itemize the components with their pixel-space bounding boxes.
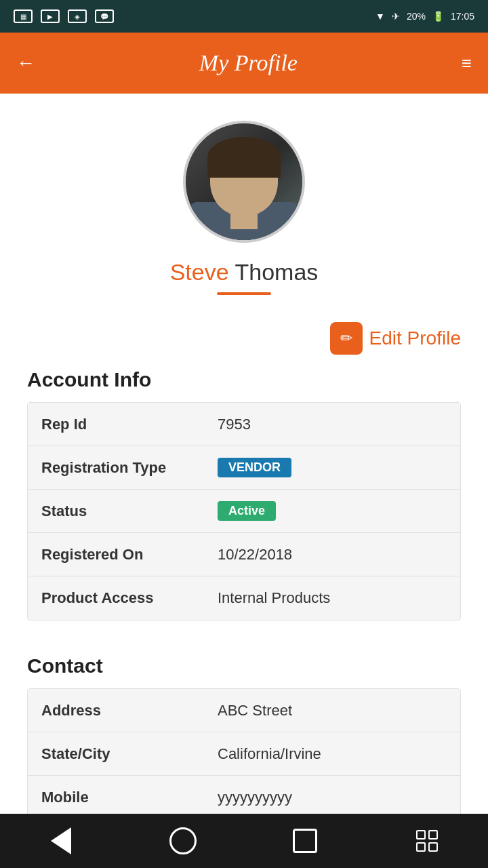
table-row: Address ABC Street <box>28 689 460 732</box>
contact-heading: Contact <box>0 648 488 688</box>
registered-on-value: 10/22/2018 <box>218 546 447 564</box>
avatar-image <box>186 121 302 243</box>
table-row: State/City California/Irvine <box>28 732 460 776</box>
gallery-icon: ▦ <box>14 9 33 23</box>
status-value: Active <box>218 501 447 521</box>
user-last-name: Thomas <box>235 259 318 285</box>
registration-type-value: VENDOR <box>218 458 447 477</box>
expand-grid-icon <box>416 830 438 852</box>
registration-type-label: Registration Type <box>41 459 218 477</box>
recents-square-icon <box>293 829 317 853</box>
vendor-badge: VENDOR <box>218 458 291 477</box>
edit-profile-row: ✏ Edit Profile <box>0 309 488 361</box>
user-full-name: Steve Thomas <box>170 259 319 285</box>
mobile-label: Mobile <box>41 789 218 806</box>
edit-profile-button[interactable]: ✏ Edit Profile <box>330 322 461 355</box>
app-icon: ◈ <box>68 9 87 23</box>
user-first-name: Steve <box>170 259 229 285</box>
status-bar: ▦ ▶ ◈ 💬 ▼ ✈ 20% 🔋 17:05 <box>0 0 488 33</box>
edit-icon-box: ✏ <box>330 322 363 355</box>
table-row: Rep Id 7953 <box>28 403 460 446</box>
product-access-value: Internal Products <box>218 589 447 607</box>
status-icons-left: ▦ ▶ ◈ 💬 <box>14 9 114 23</box>
airplane-icon: ✈ <box>392 11 400 22</box>
battery-level: 20% <box>407 11 426 22</box>
header: ← My Profile ≡ <box>0 33 488 94</box>
home-circle-icon <box>169 827 197 854</box>
table-row: Product Access Internal Products <box>28 576 460 620</box>
rep-id-value: 7953 <box>218 416 447 433</box>
nav-back-button[interactable] <box>41 821 81 861</box>
youtube-icon: ▶ <box>41 9 60 23</box>
product-access-label: Product Access <box>41 589 218 607</box>
table-row: Registration Type VENDOR <box>28 446 460 490</box>
state-city-label: State/City <box>41 745 218 763</box>
status-badge: Active <box>218 501 276 521</box>
back-triangle-icon <box>51 827 71 854</box>
main-content: Steve Thomas ✏ Edit Profile Account Info… <box>0 94 488 868</box>
table-row: Mobile yyyyyyyyyy <box>28 776 460 819</box>
menu-button[interactable]: ≡ <box>462 53 472 74</box>
account-info-table: Rep Id 7953 Registration Type VENDOR Sta… <box>27 402 461 620</box>
avatar <box>183 121 305 243</box>
address-label: Address <box>41 702 218 719</box>
nav-recents-button[interactable] <box>285 821 325 861</box>
table-row: Registered On 10/22/2018 <box>28 533 460 576</box>
nav-home-button[interactable] <box>163 821 203 861</box>
account-info-heading: Account Info <box>0 361 488 402</box>
name-underline-decoration <box>217 292 271 295</box>
page-title: My Profile <box>199 50 298 76</box>
address-value: ABC Street <box>218 702 447 719</box>
back-button[interactable]: ← <box>16 52 35 74</box>
registered-on-label: Registered On <box>41 546 218 564</box>
bottom-nav <box>0 814 488 868</box>
table-row: Status Active <box>28 490 460 533</box>
status-icons-right: ▼ ✈ 20% 🔋 17:05 <box>375 11 474 22</box>
state-city-value: California/Irvine <box>218 745 447 763</box>
nav-expand-button[interactable] <box>407 821 447 861</box>
pencil-icon: ✏ <box>340 330 352 347</box>
wifi-icon: ▼ <box>375 11 385 22</box>
message-icon: 💬 <box>95 9 114 23</box>
time-display: 17:05 <box>451 11 474 22</box>
status-label: Status <box>41 502 218 520</box>
edit-profile-label: Edit Profile <box>369 328 461 349</box>
rep-id-label: Rep Id <box>41 416 218 433</box>
profile-section: Steve Thomas <box>0 94 488 309</box>
battery-icon: 🔋 <box>432 11 444 22</box>
mobile-value: yyyyyyyyyy <box>218 789 447 806</box>
